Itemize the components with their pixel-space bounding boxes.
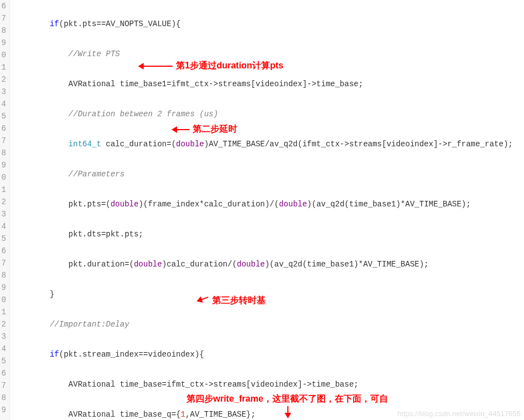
code-line[interactable]: //Parameters bbox=[12, 168, 524, 180]
code-line[interactable]: AVRational time_base1=ifmt_ctx->streams[… bbox=[12, 78, 524, 90]
code-line[interactable]: //Important:Delay bbox=[12, 318, 524, 330]
watermark: https://blog.csdn.net/weixin_44517656 bbox=[398, 409, 521, 418]
code-line[interactable]: //Write PTS bbox=[12, 48, 524, 60]
code-editor[interactable]: 6789012345678901234567890123456789 if(pk… bbox=[0, 0, 524, 420]
code-area[interactable]: if(pkt.pts==AV_NOPTS_VALUE){ //Write PTS… bbox=[10, 0, 524, 420]
line-gutter: 6789012345678901234567890123456789 bbox=[0, 0, 10, 420]
code-line[interactable]: //Duration between 2 frames (us) bbox=[12, 108, 524, 120]
code-line[interactable]: } bbox=[12, 288, 524, 300]
code-line[interactable]: pkt.pts=(double)(frame_index*calc_durati… bbox=[12, 198, 524, 210]
code-line[interactable]: pkt.dts=pkt.pts; bbox=[12, 228, 524, 240]
code-line[interactable]: AVRational time_base=ifmt_ctx->streams[v… bbox=[12, 378, 524, 391]
code-line[interactable]: if(pkt.pts==AV_NOPTS_VALUE){ bbox=[12, 18, 524, 30]
code-line[interactable]: int64_t calc_duration=(double)AV_TIME_BA… bbox=[12, 138, 524, 150]
code-line[interactable]: pkt.duration=(double)calc_duration/(doub… bbox=[12, 258, 524, 270]
code-line[interactable]: if(pkt.stream_index==videoindex){ bbox=[12, 348, 524, 360]
